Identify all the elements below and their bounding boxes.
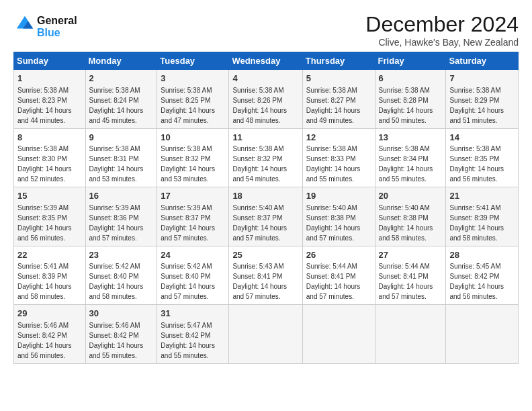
day-detail: Sunrise: 5:39 AMSunset: 8:35 PMDaylight:… [17,204,72,242]
logo-icon [15,15,34,34]
calendar-cell: 20Sunrise: 5:40 AMSunset: 8:38 PMDayligh… [375,187,446,246]
page: General Blue December 2024 Clive, Hawke'… [0,0,532,371]
title-block: December 2024 Clive, Hawke's Bay, New Ze… [365,12,519,48]
calendar-cell: 2Sunrise: 5:38 AMSunset: 8:24 PMDaylight… [85,70,157,129]
calendar-cell: 18Sunrise: 5:40 AMSunset: 8:37 PMDayligh… [229,187,302,246]
day-number: 5 [306,73,371,85]
day-detail: Sunrise: 5:39 AMSunset: 8:37 PMDaylight:… [161,204,215,242]
calendar-cell: 11Sunrise: 5:38 AMSunset: 8:32 PMDayligh… [229,128,302,187]
day-detail: Sunrise: 5:44 AMSunset: 8:41 PMDaylight:… [306,263,361,300]
day-number: 10 [161,132,225,144]
day-number: 24 [161,249,225,261]
day-number: 4 [232,73,298,85]
day-detail: Sunrise: 5:41 AMSunset: 8:39 PMDaylight:… [449,204,504,242]
calendar-cell: 3Sunrise: 5:38 AMSunset: 8:25 PMDaylight… [157,70,229,129]
day-detail: Sunrise: 5:46 AMSunset: 8:42 PMDaylight:… [17,322,72,359]
calendar-cell: 16Sunrise: 5:39 AMSunset: 8:36 PMDayligh… [85,187,157,246]
calendar-cell [446,305,519,364]
calendar-cell: 10Sunrise: 5:38 AMSunset: 8:32 PMDayligh… [157,128,229,187]
logo-line2: Blue [37,27,77,39]
day-number: 12 [306,132,371,144]
calendar-cell: 19Sunrise: 5:40 AMSunset: 8:38 PMDayligh… [302,187,375,246]
header: General Blue December 2024 Clive, Hawke'… [13,12,519,48]
day-detail: Sunrise: 5:38 AMSunset: 8:33 PMDaylight:… [306,145,361,183]
day-number: 27 [379,249,443,261]
calendar-week-1: 1Sunrise: 5:38 AMSunset: 8:23 PMDaylight… [14,70,519,129]
calendar-cell: 15Sunrise: 5:39 AMSunset: 8:35 PMDayligh… [14,187,86,246]
col-wednesday: Wednesday [229,52,302,70]
col-monday: Monday [85,52,157,70]
day-number: 29 [17,308,82,320]
day-number: 28 [449,249,515,261]
day-detail: Sunrise: 5:45 AMSunset: 8:42 PMDaylight:… [449,263,504,300]
calendar-week-4: 22Sunrise: 5:41 AMSunset: 8:39 PMDayligh… [14,246,519,305]
day-detail: Sunrise: 5:40 AMSunset: 8:38 PMDaylight:… [306,204,361,242]
day-detail: Sunrise: 5:40 AMSunset: 8:38 PMDaylight:… [379,204,433,242]
calendar-cell: 27Sunrise: 5:44 AMSunset: 8:41 PMDayligh… [375,246,446,305]
day-number: 9 [89,132,154,144]
col-saturday: Saturday [446,52,519,70]
day-detail: Sunrise: 5:42 AMSunset: 8:40 PMDaylight:… [161,263,215,300]
calendar-cell: 29Sunrise: 5:46 AMSunset: 8:42 PMDayligh… [14,305,86,364]
day-detail: Sunrise: 5:46 AMSunset: 8:42 PMDaylight:… [89,322,144,359]
day-number: 26 [306,249,371,261]
calendar-cell: 9Sunrise: 5:38 AMSunset: 8:31 PMDaylight… [85,128,157,187]
day-detail: Sunrise: 5:38 AMSunset: 8:25 PMDaylight:… [161,87,215,124]
calendar-cell: 1Sunrise: 5:38 AMSunset: 8:23 PMDaylight… [14,70,86,129]
calendar-cell: 21Sunrise: 5:41 AMSunset: 8:39 PMDayligh… [446,187,519,246]
day-number: 20 [379,190,443,202]
day-detail: Sunrise: 5:43 AMSunset: 8:41 PMDaylight:… [232,263,287,300]
calendar-table: Sunday Monday Tuesday Wednesday Thursday… [13,52,519,364]
day-number: 3 [161,73,225,85]
day-detail: Sunrise: 5:38 AMSunset: 8:27 PMDaylight:… [306,87,361,124]
page-subtitle: Clive, Hawke's Bay, New Zealand [365,37,519,48]
day-detail: Sunrise: 5:38 AMSunset: 8:28 PMDaylight:… [379,87,433,124]
day-detail: Sunrise: 5:38 AMSunset: 8:31 PMDaylight:… [89,145,144,183]
day-detail: Sunrise: 5:41 AMSunset: 8:39 PMDaylight:… [17,263,72,300]
day-number: 7 [449,73,515,85]
day-detail: Sunrise: 5:47 AMSunset: 8:42 PMDaylight:… [161,322,215,359]
day-number: 14 [449,132,515,144]
page-title: December 2024 [365,12,519,37]
day-detail: Sunrise: 5:38 AMSunset: 8:23 PMDaylight:… [17,87,72,124]
day-detail: Sunrise: 5:38 AMSunset: 8:30 PMDaylight:… [17,145,72,183]
calendar-cell: 4Sunrise: 5:38 AMSunset: 8:26 PMDaylight… [229,70,302,129]
col-friday: Friday [375,52,446,70]
day-number: 30 [89,308,154,320]
calendar-cell: 5Sunrise: 5:38 AMSunset: 8:27 PMDaylight… [302,70,375,129]
day-number: 15 [17,190,82,202]
day-detail: Sunrise: 5:42 AMSunset: 8:40 PMDaylight:… [89,263,144,300]
day-number: 18 [232,190,298,202]
day-number: 23 [89,249,154,261]
col-thursday: Thursday [302,52,375,70]
day-number: 13 [379,132,443,144]
logo: General Blue [13,15,77,38]
calendar-header-row: Sunday Monday Tuesday Wednesday Thursday… [14,52,519,70]
calendar-cell [375,305,446,364]
day-detail: Sunrise: 5:38 AMSunset: 8:32 PMDaylight:… [161,145,215,183]
day-number: 2 [89,73,154,85]
calendar-cell: 12Sunrise: 5:38 AMSunset: 8:33 PMDayligh… [302,128,375,187]
calendar-cell: 23Sunrise: 5:42 AMSunset: 8:40 PMDayligh… [85,246,157,305]
calendar-cell: 17Sunrise: 5:39 AMSunset: 8:37 PMDayligh… [157,187,229,246]
calendar-cell [229,305,302,364]
col-sunday: Sunday [14,52,86,70]
calendar-cell: 14Sunrise: 5:38 AMSunset: 8:35 PMDayligh… [446,128,519,187]
day-detail: Sunrise: 5:39 AMSunset: 8:36 PMDaylight:… [89,204,144,242]
calendar-cell: 31Sunrise: 5:47 AMSunset: 8:42 PMDayligh… [157,305,229,364]
day-number: 11 [232,132,298,144]
calendar-week-3: 15Sunrise: 5:39 AMSunset: 8:35 PMDayligh… [14,187,519,246]
day-detail: Sunrise: 5:38 AMSunset: 8:32 PMDaylight:… [232,145,287,183]
calendar-cell: 7Sunrise: 5:38 AMSunset: 8:29 PMDaylight… [446,70,519,129]
day-number: 8 [17,132,82,144]
calendar-cell: 26Sunrise: 5:44 AMSunset: 8:41 PMDayligh… [302,246,375,305]
col-tuesday: Tuesday [157,52,229,70]
calendar-cell: 25Sunrise: 5:43 AMSunset: 8:41 PMDayligh… [229,246,302,305]
day-number: 25 [232,249,298,261]
calendar-week-2: 8Sunrise: 5:38 AMSunset: 8:30 PMDaylight… [14,128,519,187]
day-detail: Sunrise: 5:38 AMSunset: 8:29 PMDaylight:… [449,87,504,124]
day-number: 16 [89,190,154,202]
day-detail: Sunrise: 5:38 AMSunset: 8:26 PMDaylight:… [232,87,287,124]
calendar-cell [302,305,375,364]
day-detail: Sunrise: 5:40 AMSunset: 8:37 PMDaylight:… [232,204,287,242]
